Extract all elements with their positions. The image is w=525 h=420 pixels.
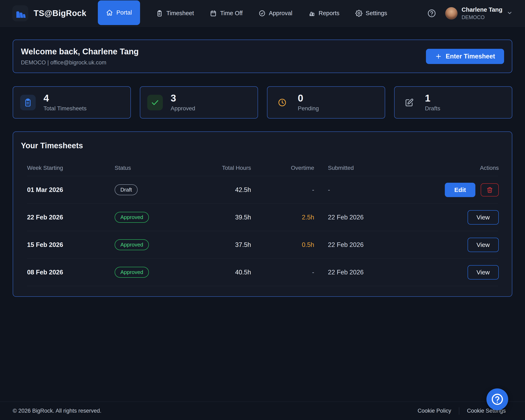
stat-card-drafts: 1 Drafts bbox=[394, 86, 512, 119]
cell-overtime: 2.5h bbox=[251, 214, 314, 221]
view-button[interactable]: View bbox=[468, 210, 499, 224]
clock-icon bbox=[274, 95, 290, 110]
panel-title: Your Timesheets bbox=[21, 141, 505, 150]
cell-overtime: - bbox=[251, 269, 314, 276]
stat-label: Drafts bbox=[425, 105, 440, 112]
trash-icon bbox=[487, 187, 493, 193]
chevron-down-icon bbox=[506, 10, 513, 17]
nav-item-portal[interactable]: Portal bbox=[98, 0, 140, 25]
cell-submitted: 22 Feb 2026 bbox=[314, 269, 439, 276]
nav-menu: Portal Timesheet Time Off Approval Repor… bbox=[98, 0, 387, 27]
col-week-starting: Week Starting bbox=[27, 165, 115, 171]
nav-item-timesheet[interactable]: Timesheet bbox=[156, 0, 194, 27]
nav-item-settings[interactable]: Settings bbox=[356, 0, 387, 27]
cell-actions: View bbox=[439, 238, 499, 252]
check-circle-icon bbox=[259, 10, 266, 17]
table-header: Week Starting Status Total Hours Overtim… bbox=[27, 160, 498, 176]
avatar bbox=[445, 7, 458, 19]
clipboard-icon bbox=[156, 10, 163, 17]
bar-chart-icon bbox=[309, 10, 315, 17]
cell-total-hours: 40.5h bbox=[205, 269, 251, 276]
clipboard-icon bbox=[20, 95, 36, 110]
stat-label: Pending bbox=[298, 105, 319, 112]
stat-value: 1 bbox=[425, 93, 440, 103]
status-badge: Approved bbox=[115, 239, 149, 250]
user-menu[interactable]: Charlene Tang DEMOCO bbox=[445, 6, 513, 20]
cell-actions: Edit bbox=[439, 183, 499, 197]
cell-overtime: - bbox=[251, 186, 314, 194]
cell-total-hours: 37.5h bbox=[205, 241, 251, 249]
cell-total-hours: 39.5h bbox=[205, 214, 251, 221]
stat-value: 4 bbox=[44, 93, 86, 103]
timesheets-panel: Your Timesheets Week Starting Status Tot… bbox=[13, 131, 512, 297]
cookie-policy-link[interactable]: Cookie Policy bbox=[418, 408, 451, 414]
cell-actions: View bbox=[439, 210, 499, 224]
cell-week-starting: 08 Feb 2026 bbox=[27, 269, 115, 276]
cell-submitted: - bbox=[314, 186, 439, 194]
help-fab-button[interactable] bbox=[487, 388, 508, 410]
table-row: 08 Feb 2026 Approved 40.5h - 22 Feb 2026… bbox=[27, 258, 498, 286]
nav-item-time-off[interactable]: Time Off bbox=[210, 0, 243, 27]
stat-card-total-timesheets: 4 Total Timesheets bbox=[13, 86, 131, 119]
stat-label: Approved bbox=[171, 105, 195, 112]
table-row: 22 Feb 2026 Approved 39.5h 2.5h 22 Feb 2… bbox=[27, 204, 498, 231]
enter-timesheet-button[interactable]: Enter Timesheet bbox=[426, 49, 504, 64]
help-icon[interactable] bbox=[427, 9, 436, 18]
view-button[interactable]: View bbox=[468, 238, 499, 252]
table-row: 01 Mar 2026 Draft 42.5h - - Edit bbox=[27, 176, 498, 204]
nav-right: Charlene Tang DEMOCO bbox=[427, 6, 513, 20]
table-row: 15 Feb 2026 Approved 37.5h 0.5h 22 Feb 2… bbox=[27, 231, 498, 258]
cell-week-starting: 15 Feb 2026 bbox=[27, 241, 115, 249]
edit-icon bbox=[402, 95, 417, 110]
welcome-title: Welcome back, Charlene Tang bbox=[21, 47, 139, 56]
welcome-banner: Welcome back, Charlene Tang DEMOCO | off… bbox=[13, 40, 512, 73]
nav-item-reports[interactable]: Reports bbox=[309, 0, 340, 27]
user-name: Charlene Tang bbox=[462, 6, 502, 13]
home-icon bbox=[106, 9, 113, 16]
cell-actions: View bbox=[439, 265, 499, 280]
status-badge: Approved bbox=[115, 267, 149, 278]
edit-button[interactable]: Edit bbox=[445, 183, 475, 197]
top-nav: TS@BigRock Portal Timesheet Time Off App… bbox=[0, 0, 525, 27]
footer-divider bbox=[459, 407, 459, 415]
stat-value: 0 bbox=[298, 93, 319, 103]
help-circle-icon bbox=[491, 393, 504, 406]
view-button[interactable]: View bbox=[468, 265, 499, 280]
cell-week-starting: 01 Mar 2026 bbox=[27, 186, 115, 194]
stat-label: Total Timesheets bbox=[44, 105, 86, 112]
copyright-text: © 2026 BigRock. All rights reserved. bbox=[13, 408, 102, 414]
col-overtime: Overtime bbox=[251, 165, 314, 171]
table-bottom-divider bbox=[27, 286, 498, 286]
stats-row: 4 Total Timesheets 3 Approved 0 Pending … bbox=[13, 86, 512, 119]
app-logo-icon bbox=[12, 5, 28, 21]
timesheets-table: Week Starting Status Total Hours Overtim… bbox=[20, 160, 505, 286]
cell-total-hours: 42.5h bbox=[205, 186, 251, 194]
status-badge: Approved bbox=[115, 212, 149, 223]
stat-value: 3 bbox=[171, 93, 195, 103]
stat-card-approved: 3 Approved bbox=[140, 86, 258, 119]
col-actions: Actions bbox=[439, 165, 499, 171]
col-total-hours: Total Hours bbox=[205, 165, 251, 171]
plus-icon bbox=[435, 53, 442, 60]
cell-overtime: 0.5h bbox=[251, 241, 314, 249]
status-badge: Draft bbox=[115, 184, 138, 195]
cell-submitted: 22 Feb 2026 bbox=[314, 241, 439, 249]
check-icon bbox=[147, 95, 163, 110]
stat-card-pending: 0 Pending bbox=[267, 86, 385, 119]
col-submitted: Submitted bbox=[314, 165, 439, 171]
nav-item-approval[interactable]: Approval bbox=[259, 0, 292, 27]
app-title: TS@BigRock bbox=[34, 9, 86, 18]
welcome-subtitle: DEMOCO | office@bigrock.uk.com bbox=[21, 59, 139, 66]
gear-icon bbox=[356, 10, 362, 17]
cell-week-starting: 22 Feb 2026 bbox=[27, 214, 115, 221]
delete-button[interactable] bbox=[481, 183, 499, 196]
user-company: DEMOCO bbox=[462, 14, 502, 20]
footer: © 2026 BigRock. All rights reserved. Coo… bbox=[0, 401, 525, 420]
cell-submitted: 22 Feb 2026 bbox=[314, 214, 439, 221]
brand: TS@BigRock bbox=[12, 5, 86, 21]
col-status: Status bbox=[115, 165, 205, 171]
calendar-icon bbox=[210, 10, 217, 17]
main-content: Welcome back, Charlene Tang DEMOCO | off… bbox=[0, 27, 525, 297]
